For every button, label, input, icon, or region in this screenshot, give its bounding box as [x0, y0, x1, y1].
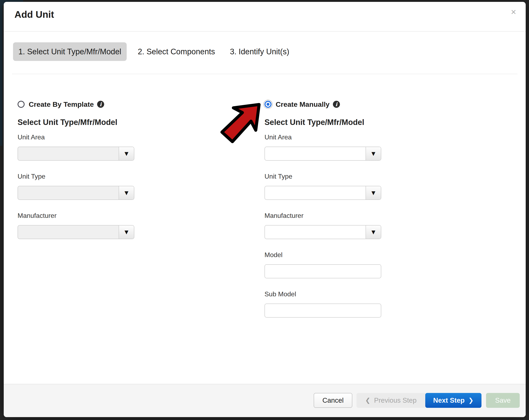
page-title: Add Unit	[14, 9, 54, 20]
manufacturer-select[interactable]: ▼	[264, 225, 381, 239]
dropdown-button[interactable]: ▼	[119, 186, 134, 200]
section-heading: Select Unit Type/Mfr/Model	[264, 118, 393, 127]
dropdown-button[interactable]: ▼	[366, 186, 381, 200]
caret-down-icon: ▼	[125, 151, 128, 156]
unit-type-select[interactable]: ▼	[18, 186, 134, 200]
model-label: Model	[264, 251, 393, 259]
close-icon[interactable]: ×	[510, 7, 517, 17]
manufacturer-label: Manufacturer	[18, 211, 146, 220]
create-manually-radio[interactable]	[264, 101, 272, 108]
tabs-divider	[12, 74, 517, 74]
background-app-strip-left	[0, 5, 2, 146]
unit-area-select[interactable]: ▼	[18, 147, 134, 161]
add-unit-modal: Add Unit × 1. Select Unit Type/Mfr/Model…	[4, 2, 526, 417]
next-step-button[interactable]: Next Step ❯	[425, 393, 481, 408]
sub-model-label: Sub Model	[264, 290, 393, 298]
dropdown-button[interactable]: ▼	[366, 147, 381, 160]
manufacturer-select[interactable]: ▼	[18, 225, 134, 239]
sub-model-input[interactable]	[264, 304, 381, 318]
section-heading: Select Unit Type/Mfr/Model	[18, 118, 146, 127]
create-manually-section: Create Manually i Select Unit Type/Mfr/M…	[264, 100, 393, 329]
create-manually-label: Create Manually	[276, 100, 330, 108]
dropdown-button[interactable]: ▼	[119, 226, 134, 239]
tab-step-2[interactable]: 2. Select Components	[134, 42, 219, 61]
modal-footer: Cancel ❮ Previous Step Next Step ❯ Save	[4, 384, 526, 417]
unit-area-label: Unit Area	[264, 133, 393, 141]
caret-down-icon: ▼	[371, 190, 375, 196]
caret-down-icon: ▼	[371, 229, 375, 235]
create-by-template-section: Create By Template i Select Unit Type/Mf…	[18, 100, 146, 251]
model-input[interactable]	[264, 264, 381, 278]
chevron-right-icon: ❯	[468, 397, 474, 404]
caret-down-icon: ▼	[125, 229, 128, 235]
previous-step-label: Previous Step	[374, 396, 416, 404]
next-step-label: Next Step	[433, 396, 464, 404]
unit-type-label: Unit Type	[18, 172, 146, 180]
cancel-button[interactable]: Cancel	[314, 393, 352, 408]
tab-step-1[interactable]: 1. Select Unit Type/Mfr/Model	[13, 42, 127, 61]
unit-area-label: Unit Area	[18, 133, 146, 141]
chevron-left-icon: ❮	[365, 397, 370, 404]
modal-header: Add Unit ×	[4, 2, 526, 32]
tab-step-3[interactable]: 3. Identify Unit(s)	[226, 42, 293, 61]
save-button[interactable]: Save	[486, 393, 520, 408]
info-icon[interactable]: i	[97, 101, 104, 108]
unit-type-select[interactable]: ▼	[264, 186, 381, 200]
dropdown-button[interactable]: ▼	[366, 226, 381, 239]
unit-type-label: Unit Type	[264, 172, 393, 180]
wizard-steps: 1. Select Unit Type/Mfr/Model 2. Select …	[4, 32, 526, 74]
unit-area-select[interactable]: ▼	[264, 147, 381, 161]
caret-down-icon: ▼	[371, 151, 375, 156]
info-icon[interactable]: i	[333, 101, 340, 108]
manufacturer-label: Manufacturer	[264, 211, 393, 220]
caret-down-icon: ▼	[125, 190, 128, 196]
create-by-template-label: Create By Template	[29, 100, 94, 108]
previous-step-button[interactable]: ❮ Previous Step	[357, 393, 425, 408]
create-by-template-radio[interactable]	[18, 101, 25, 108]
red-arrow-annotation	[219, 99, 263, 145]
dropdown-button[interactable]: ▼	[119, 147, 134, 160]
